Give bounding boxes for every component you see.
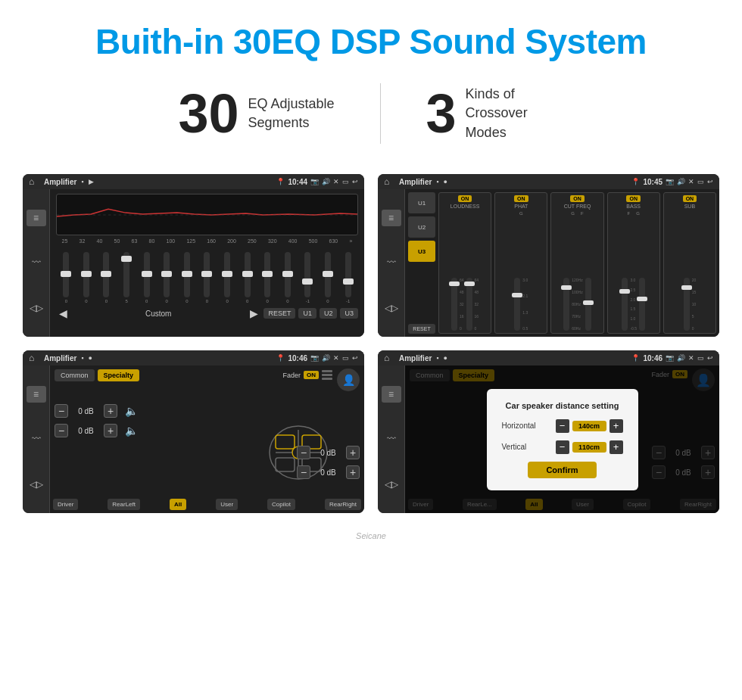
- eq-slider-2[interactable]: 0: [83, 252, 89, 303]
- ch1-plus[interactable]: +: [104, 404, 117, 418]
- ch-row-3: − 0 dB +: [297, 446, 360, 459]
- u1-btn[interactable]: U1: [298, 308, 316, 319]
- ch3-plus[interactable]: +: [346, 446, 360, 459]
- eq-btn-4[interactable]: ≡: [382, 386, 401, 403]
- ch2-minus[interactable]: −: [55, 424, 68, 437]
- vertical-plus-btn[interactable]: +: [610, 440, 623, 454]
- volume-ctrl-btn[interactable]: ◁▷: [26, 300, 46, 316]
- amp-ch-phat: ON PHAT G 3.0 2.1 1.3: [494, 192, 547, 334]
- home-icon-2[interactable]: ⌂: [384, 176, 394, 187]
- specialty-area: Common Specialty Fader ON 👤: [50, 366, 364, 513]
- eq-slider-4[interactable]: 5: [123, 252, 129, 303]
- ch-row-1: − 0 dB + 🔈: [55, 404, 360, 418]
- status-bar-1: ⌂ Amplifier ▪ ▶ 📍 10:44 📷 🔊 ✕ ▭ ↩: [23, 174, 364, 189]
- screen2-time: 10:45: [643, 178, 662, 186]
- rearright-btn[interactable]: RearRight: [325, 499, 361, 510]
- horizontal-plus-btn[interactable]: +: [610, 419, 623, 433]
- eq-slider-10[interactable]: 0: [245, 252, 251, 303]
- ch4-plus[interactable]: +: [346, 465, 360, 479]
- home-icon[interactable]: ⌂: [29, 176, 39, 187]
- cutfreq-slider-f[interactable]: [585, 278, 591, 331]
- prev-preset-btn[interactable]: ◀: [56, 306, 70, 320]
- rearleft-btn[interactable]: RearLeft: [108, 499, 140, 510]
- wave-btn-3[interactable]: 〰: [26, 431, 46, 447]
- eq-slider-13[interactable]: -1: [304, 252, 310, 303]
- close-icon[interactable]: ✕: [333, 178, 339, 185]
- eq-slider-12[interactable]: 0: [285, 252, 291, 303]
- bass-slider-f[interactable]: [622, 278, 628, 331]
- loudness-toggle[interactable]: ON: [458, 195, 472, 202]
- screen4-title: Amplifier: [399, 354, 432, 362]
- bass-slider-g[interactable]: [639, 278, 645, 331]
- camera-icon: 📷: [310, 178, 319, 185]
- eq-slider-6[interactable]: 0: [164, 252, 170, 303]
- phat-toggle[interactable]: ON: [514, 195, 528, 202]
- user-btn[interactable]: User: [216, 499, 238, 510]
- u2-preset[interactable]: U2: [408, 216, 435, 238]
- vol-btn-3[interactable]: ◁▷: [26, 476, 46, 493]
- screens-grid: ⌂ Amplifier ▪ ▶ 📍 10:44 📷 🔊 ✕ ▭ ↩ ≡: [0, 166, 742, 528]
- wave-btn-4[interactable]: 〰: [382, 431, 401, 447]
- u3-btn[interactable]: U3: [340, 308, 358, 319]
- crossover-desc: Kinds of Crossover Modes: [466, 85, 564, 142]
- eq-labels: 25 32 40 50 63 80 100 125 160 200 250 32…: [56, 238, 358, 244]
- sub-toggle[interactable]: ON: [683, 195, 697, 202]
- amp-ch-sub: ON SUB 20 15 10 5: [663, 192, 716, 334]
- bottom-btns-3: Driver RearLeft All User Copilot RearRig…: [50, 499, 364, 510]
- eq-slider-3[interactable]: 0: [103, 252, 109, 303]
- screen4-sidebar: ≡ 〰 ◁▷: [378, 366, 405, 513]
- next-preset-btn[interactable]: ▶: [247, 306, 260, 320]
- screen-3: ⌂ Amplifier ▪ ● 📍 10:46 📷 🔊 ✕ ▭ ↩ ≡: [23, 350, 364, 513]
- ch4-minus[interactable]: −: [297, 465, 310, 479]
- wave-btn-2[interactable]: 〰: [382, 254, 401, 271]
- specialty-tab-3[interactable]: Specialty: [98, 369, 140, 381]
- reset-btn[interactable]: RESET: [263, 308, 295, 319]
- cutfreq-slider-g[interactable]: [563, 278, 569, 331]
- amp-reset-btn[interactable]: RESET: [408, 324, 435, 334]
- ch2-plus[interactable]: +: [104, 424, 117, 437]
- specialty-area-4: Common Specialty Fader ON 👤 − 0 dB +: [405, 366, 719, 513]
- vertical-label: Vertical: [502, 443, 527, 451]
- crossover-number: 3: [426, 86, 457, 141]
- ch1-minus[interactable]: −: [55, 404, 68, 418]
- eq-btn-3[interactable]: ≡: [26, 386, 46, 403]
- fader-on-btn[interactable]: ON: [304, 371, 319, 379]
- home-icon-3[interactable]: ⌂: [29, 353, 39, 363]
- wave-btn[interactable]: 〰: [26, 254, 46, 271]
- eq-slider-8[interactable]: 0: [204, 252, 210, 303]
- copilot-btn[interactable]: Copilot: [267, 499, 295, 510]
- home-icon-4[interactable]: ⌂: [384, 353, 394, 363]
- screen3-time: 10:46: [288, 354, 307, 362]
- u2-btn[interactable]: U2: [320, 308, 338, 319]
- driver-btn[interactable]: Driver: [53, 499, 78, 510]
- cutfreq-toggle[interactable]: ON: [570, 195, 585, 202]
- back-icon[interactable]: ↩: [352, 178, 358, 185]
- vol-btn-2[interactable]: ◁▷: [382, 300, 401, 316]
- eq-slider-9[interactable]: 0: [224, 252, 230, 303]
- confirm-button[interactable]: Confirm: [528, 462, 596, 478]
- eq-slider-7[interactable]: 0: [184, 252, 190, 303]
- eq-slider-14[interactable]: 0: [325, 252, 331, 303]
- loudness-slider-2[interactable]: [466, 278, 472, 331]
- eq-slider-15[interactable]: -1: [345, 252, 351, 303]
- u1-preset[interactable]: U1: [408, 192, 435, 213]
- common-tab-3[interactable]: Common: [55, 369, 95, 381]
- volume-icon: 🔊: [322, 178, 330, 185]
- eq-slider-1[interactable]: 0: [63, 252, 69, 303]
- loudness-slider[interactable]: [451, 278, 457, 331]
- eq-btn-2[interactable]: ≡: [382, 210, 401, 226]
- ch3-minus[interactable]: −: [297, 446, 310, 459]
- u3-preset[interactable]: U3: [408, 241, 435, 262]
- ch3-value: 0 dB: [315, 449, 341, 457]
- eq-slider-5[interactable]: 0: [144, 252, 150, 303]
- vertical-minus-btn[interactable]: −: [556, 440, 569, 454]
- vol-btn-4[interactable]: ◁▷: [382, 476, 401, 493]
- play-icon[interactable]: ▶: [89, 178, 94, 185]
- eq-btn[interactable]: ≡: [26, 210, 46, 226]
- horizontal-minus-btn[interactable]: −: [556, 419, 569, 433]
- phat-slider[interactable]: [514, 278, 520, 331]
- all-btn[interactable]: All: [170, 499, 186, 510]
- bass-toggle[interactable]: ON: [626, 195, 641, 202]
- sub-slider[interactable]: [684, 278, 690, 331]
- eq-slider-11[interactable]: 0: [264, 252, 270, 303]
